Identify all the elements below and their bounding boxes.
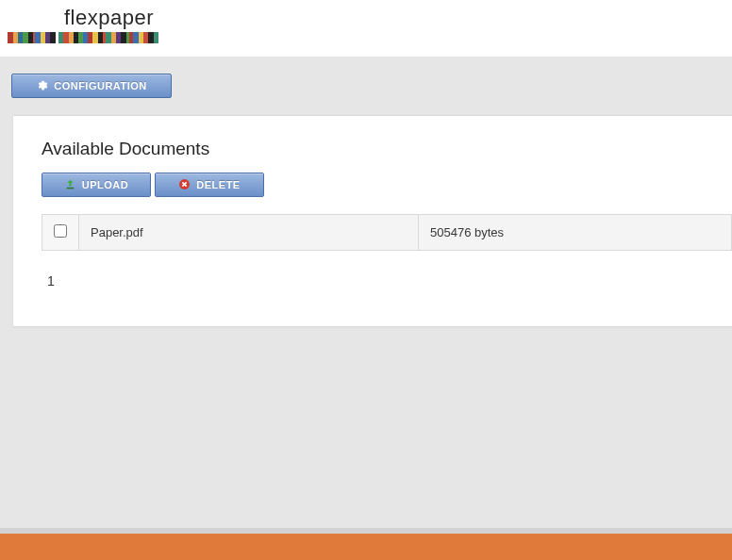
page-title: Available Documents	[42, 139, 732, 159]
gear-icon	[36, 79, 48, 93]
action-bar: UPLOAD DELETE	[42, 173, 732, 197]
document-size-cell: 505476 bytes	[419, 215, 732, 251]
upload-icon	[64, 178, 76, 192]
upload-button[interactable]: UPLOAD	[42, 173, 151, 197]
configuration-button[interactable]: CONFIGURATION	[11, 74, 172, 98]
delete-button-label: DELETE	[196, 179, 240, 190]
documents-table: Paper.pdf505476 bytes	[42, 214, 732, 251]
delete-icon	[178, 178, 191, 192]
delete-button[interactable]: DELETE	[155, 173, 264, 197]
footer-bar	[0, 528, 732, 560]
upload-button-label: UPLOAD	[82, 179, 128, 190]
document-name-cell[interactable]: Paper.pdf	[79, 215, 419, 251]
documents-panel: Available Documents UPLOAD DELETE Paper.…	[13, 115, 732, 326]
brand-name: flexpaper	[8, 4, 732, 30]
table-row: Paper.pdf505476 bytes	[42, 215, 732, 251]
nav-bar: CONFIGURATION	[0, 57, 732, 115]
row-checkbox-cell	[42, 215, 79, 251]
page-number: 1	[47, 273, 55, 288]
pagination[interactable]: 1	[42, 273, 732, 288]
app-header: flexpaper	[0, 0, 732, 57]
brand-barcode	[8, 32, 158, 43]
svg-rect-0	[66, 187, 74, 189]
row-checkbox[interactable]	[54, 224, 67, 238]
configuration-button-label: CONFIGURATION	[54, 80, 147, 91]
